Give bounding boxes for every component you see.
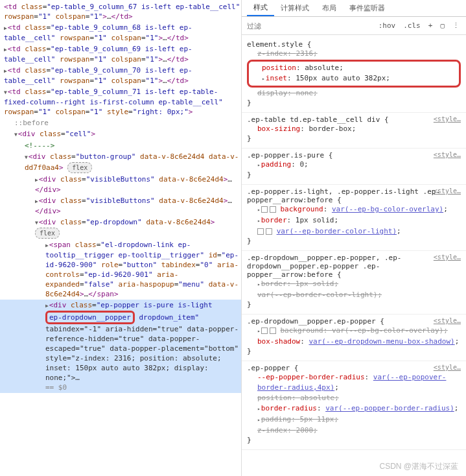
more-icon[interactable]: ⋮ — [450, 20, 462, 31]
dom-node[interactable]: ▶<span class="el-dropdown-link ep-toolti… — [0, 239, 241, 300]
tab-event-listeners[interactable]: 事件监听器 — [343, 1, 391, 16]
tab-computed[interactable]: 计算样式 — [274, 1, 316, 16]
css-rule[interactable]: <style….ep-table td.ep-table__cell div {… — [242, 113, 466, 149]
declaration[interactable]: var(--ep-border-color-light); — [247, 290, 461, 300]
css-rule[interactable]: <style….ep-popper.is-pure {▸padding: 0;} — [242, 149, 466, 185]
declaration[interactable]: box-shadow: var(--ep-dropdown-menu-box-s… — [247, 337, 461, 347]
styles-pane[interactable]: element.style {z-index: 2316;position: a… — [242, 35, 466, 476]
styles-panel-container: 样式 计算样式 布局 事件监听器 :hov .cls + ▢ ⋮ element… — [242, 0, 466, 476]
dom-node[interactable]: ▶<div class="visibleButtons" data-v-8c6e… — [0, 174, 241, 195]
declaration[interactable]: ▸ background: var(--ep-bg-color-overlay)… — [247, 326, 461, 337]
selector[interactable]: .ep-dropdown__popper.ep-popper, .ep-drop… — [247, 254, 461, 279]
declaration[interactable]: z-index: 2316; — [247, 49, 461, 59]
selector[interactable]: element.style { — [247, 40, 461, 49]
declaration[interactable]: ▸border-radius: var(--ep-popper-border-r… — [247, 403, 461, 414]
device-icon[interactable]: ▢ — [437, 20, 447, 31]
css-rule[interactable]: element.style {z-index: 2316;position: a… — [242, 38, 466, 113]
dom-node[interactable]: ▼<div class="cell"> — [0, 128, 241, 140]
filter-input[interactable] — [246, 21, 373, 31]
tab-styles[interactable]: 样式 — [247, 0, 274, 16]
dom-node[interactable]: ▶<td class="ep-table_9_column_70 is-left… — [0, 65, 241, 86]
declaration[interactable]: z-index: 2000; — [247, 425, 461, 436]
flex-badge[interactable]: flex — [67, 162, 92, 173]
selector[interactable]: .ep-popper.is-pure { — [247, 151, 461, 160]
declaration[interactable]: ▸border: 1px solid; — [247, 215, 461, 226]
declaration[interactable]: ▸ background: var(--ep-bg-color-overlay)… — [247, 204, 461, 215]
declaration[interactable]: box-sizing: border-box; — [247, 124, 461, 134]
dom-node-selected[interactable]: ▶<div class="ep-popper is-pure is-light … — [0, 300, 241, 393]
rule-source[interactable]: <style… — [434, 317, 461, 324]
declaration[interactable]: ▸padding: 5px 11px; — [247, 414, 461, 425]
flex-badge[interactable]: flex — [35, 228, 60, 239]
declaration[interactable]: ▸padding: 0; — [247, 160, 461, 171]
declaration[interactable]: position: absolute; — [251, 63, 456, 73]
declaration[interactable]: ▸border: 1px solid; — [247, 279, 461, 290]
cls-button[interactable]: .cls — [401, 20, 423, 31]
selector[interactable]: .ep-popper.is-light, .ep-popper.is-light… — [247, 187, 461, 204]
dom-node[interactable]: ▼<div class="button-group" data-v-8c6e24… — [0, 151, 241, 174]
rule-source[interactable]: <style… — [434, 364, 461, 371]
tab-layout[interactable]: 布局 — [316, 1, 343, 16]
declaration[interactable]: var(--ep-border-color-light); — [247, 226, 461, 237]
declaration[interactable]: --ep-popper-border-radius: var(--ep-popo… — [247, 372, 461, 393]
new-rule-button[interactable]: + — [426, 20, 436, 31]
styles-tabs: 样式 计算样式 布局 事件监听器 — [242, 0, 466, 17]
css-rule[interactable]: <style….ep-dropdown__popper.ep-popper {▸… — [242, 315, 466, 361]
dom-node[interactable]: ▶<td class="ep-table_9_column_69 is-left… — [0, 43, 241, 65]
dom-node[interactable]: ▼<div class="ep-dropdown" data-v-8c6e24d… — [0, 217, 241, 239]
rule-source[interactable]: <style… — [434, 151, 461, 158]
highlighted-declarations: position: absolute;▸inset: 150px auto au… — [247, 60, 461, 88]
dom-node[interactable]: ▼<td class="ep-table_9_column_71 is-left… — [0, 86, 241, 117]
dom-node[interactable]: <td class="ep-table_9_column_67 is-left … — [0, 1, 241, 22]
hov-button[interactable]: :hov — [376, 20, 399, 31]
comment-node[interactable]: <!----> — [0, 140, 241, 151]
pseudo-before[interactable]: ::before — [0, 117, 241, 128]
selector[interactable]: .ep-table td.ep-table__cell div { — [247, 115, 461, 124]
dom-node[interactable]: ▶<div class="visibleButtons" data-v-8c6e… — [0, 195, 241, 217]
rule-source[interactable]: <style… — [434, 115, 461, 123]
declaration[interactable]: ▸inset: 150px auto auto 382px; — [251, 73, 456, 84]
css-rule[interactable]: <style….ep-dropdown__popper.ep-popper, .… — [242, 251, 466, 315]
rule-source[interactable]: <style… — [434, 187, 461, 195]
rule-source[interactable]: <style… — [434, 254, 461, 261]
selector[interactable]: .ep-popper { — [247, 364, 461, 372]
declaration[interactable]: position: absolute; — [247, 393, 461, 403]
css-rule[interactable]: <style….ep-popper {--ep-popper-border-ra… — [242, 361, 466, 450]
selector[interactable]: .ep-dropdown__popper.ep-popper { — [247, 317, 461, 326]
styles-toolbar: :hov .cls + ▢ ⋮ — [242, 17, 466, 35]
css-rule[interactable]: <style….ep-popper.is-light, .ep-popper.i… — [242, 185, 466, 251]
dom-node[interactable]: ▶<td class="ep-table_9_column_68 is-left… — [0, 22, 241, 43]
declaration[interactable]: display: none; — [247, 88, 461, 99]
elements-panel[interactable]: <td class="ep-table_9_column_67 is-left … — [0, 0, 242, 476]
